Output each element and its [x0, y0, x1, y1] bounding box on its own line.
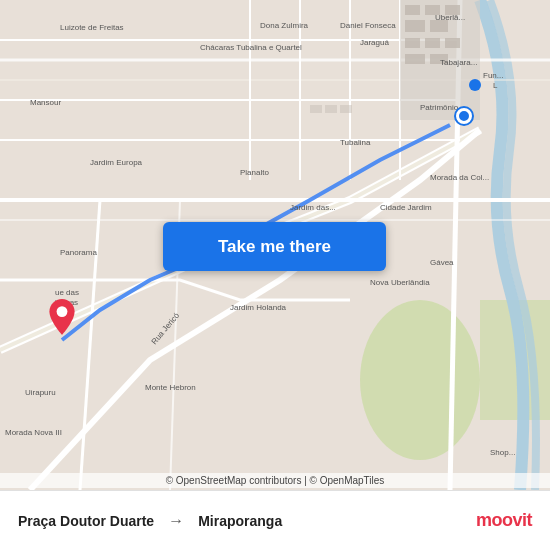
svg-rect-9	[405, 20, 425, 32]
route-to: Miraporanga	[198, 513, 282, 529]
svg-text:Gávea: Gávea	[430, 258, 454, 267]
route-arrow: →	[168, 512, 184, 530]
svg-text:Dona Zulmira: Dona Zulmira	[260, 21, 309, 30]
svg-text:Planalto: Planalto	[240, 168, 269, 177]
svg-point-48	[57, 306, 68, 317]
svg-text:Jardim das...: Jardim das...	[290, 203, 336, 212]
svg-text:Cidade Jardim: Cidade Jardim	[380, 203, 432, 212]
svg-text:Uberlâ...: Uberlâ...	[435, 13, 465, 22]
route-from: Praça Doutor Duarte	[18, 513, 154, 529]
moovit-logo: moovit	[476, 510, 532, 531]
svg-rect-14	[405, 54, 425, 64]
svg-point-42	[469, 79, 481, 91]
bottom-bar: Praça Doutor Duarte → Miraporanga moovit	[0, 490, 550, 550]
svg-text:ue das: ue das	[55, 288, 79, 297]
map-attribution: © OpenStreetMap contributors | © OpenMap…	[0, 473, 550, 488]
svg-text:Monte Hebron: Monte Hebron	[145, 383, 196, 392]
svg-text:L: L	[493, 81, 498, 90]
svg-text:Tubalina: Tubalina	[340, 138, 371, 147]
svg-text:Mansour: Mansour	[30, 98, 61, 107]
svg-text:Morada da Col...: Morada da Col...	[430, 173, 489, 182]
svg-text:Uirapuru: Uirapuru	[25, 388, 56, 397]
svg-text:Chácaras Tubalina e Quartel: Chácaras Tubalina e Quartel	[200, 43, 302, 52]
svg-text:Luizote de Freitas: Luizote de Freitas	[60, 23, 124, 32]
svg-text:Fun...: Fun...	[483, 71, 503, 80]
svg-text:Morada Nova III: Morada Nova III	[5, 428, 62, 437]
svg-text:Nova Uberlândia: Nova Uberlândia	[370, 278, 430, 287]
svg-text:Panorama: Panorama	[60, 248, 97, 257]
svg-rect-13	[445, 38, 460, 48]
svg-text:Jardim Holanda: Jardim Holanda	[230, 303, 287, 312]
svg-rect-47	[340, 105, 352, 113]
svg-text:Patrimônio: Patrimônio	[420, 103, 459, 112]
svg-text:Daniel Fonseca: Daniel Fonseca	[340, 21, 396, 30]
svg-text:Shop...: Shop...	[490, 448, 515, 457]
svg-rect-11	[405, 38, 420, 48]
svg-rect-6	[405, 5, 420, 15]
svg-point-1	[360, 300, 480, 460]
svg-text:Jardim Europa: Jardim Europa	[90, 158, 143, 167]
svg-rect-46	[325, 105, 337, 113]
origin-marker	[456, 108, 472, 124]
svg-text:Jaraguá: Jaraguá	[360, 38, 389, 47]
destination-pin	[48, 299, 76, 335]
svg-text:Tabajara...: Tabajara...	[440, 58, 477, 67]
svg-rect-12	[425, 38, 440, 48]
svg-rect-45	[310, 105, 322, 113]
map-container: Luizote de Freitas Chácaras Tubalina e Q…	[0, 0, 550, 490]
take-me-there-button[interactable]: Take me there	[163, 222, 386, 271]
